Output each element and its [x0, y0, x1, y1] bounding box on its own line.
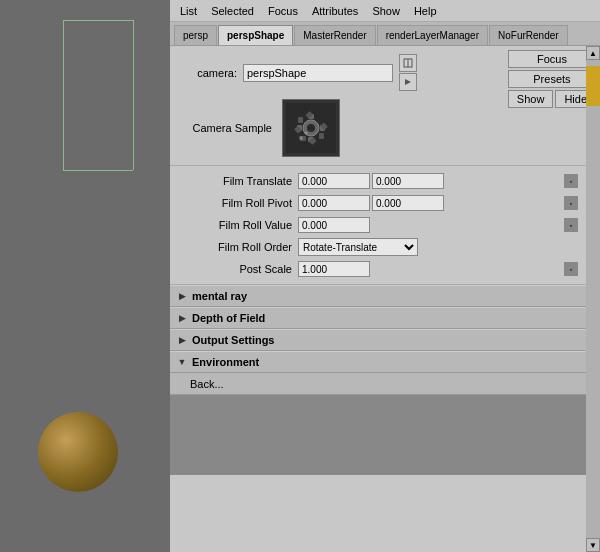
tab-perspshape[interactable]: perspShape: [218, 25, 293, 45]
post-scale-input[interactable]: [298, 261, 370, 277]
menu-help[interactable]: Help: [408, 3, 443, 19]
bottom-area: [170, 395, 600, 475]
camera-sample-label: Camera Sample: [182, 122, 272, 134]
film-roll-value-input[interactable]: [298, 217, 370, 233]
film-translate-row: Film Translate ▪: [170, 170, 586, 192]
film-roll-order-row: Film Roll Order Rotate-Translate Transla…: [170, 236, 586, 258]
film-roll-value-label: Film Roll Value: [178, 219, 298, 231]
post-scale-label: Post Scale: [178, 263, 298, 275]
tab-nofurrender[interactable]: NoFurRender: [489, 25, 568, 45]
tab-masterrender[interactable]: MasterRender: [294, 25, 375, 45]
menu-selected[interactable]: Selected: [205, 3, 260, 19]
environment-section[interactable]: ▼ Environment: [170, 351, 586, 373]
film-roll-value-row: Film Roll Value ▪: [170, 214, 586, 236]
svg-point-5: [307, 124, 315, 132]
tab-persp[interactable]: persp: [174, 25, 217, 45]
menu-bar: List Selected Focus Attributes Show Help: [170, 0, 600, 22]
output-settings-arrow: ▶: [176, 334, 188, 346]
film-roll-pivot-x[interactable]: [298, 195, 370, 211]
depth-of-field-arrow: ▶: [176, 312, 188, 324]
main-content: Focus Presets Show Hide camera: Camera S…: [170, 46, 600, 552]
post-scale-key-icon[interactable]: ▪: [564, 262, 578, 276]
focus-button[interactable]: Focus: [508, 50, 596, 68]
output-settings-section[interactable]: ▶ Output Settings: [170, 329, 586, 351]
menu-focus[interactable]: Focus: [262, 3, 304, 19]
scene-line-vertical-left: [63, 20, 64, 170]
tabs-row: persp perspShape MasterRender renderLaye…: [170, 22, 600, 46]
viewport-panel: ▲ ▼: [0, 0, 170, 552]
show-button[interactable]: Show: [508, 90, 554, 108]
scroll-bar: ▲ ▼: [586, 46, 600, 552]
props-section: Film Translate ▪ Film Roll Pivot ▪ Film …: [170, 166, 586, 285]
film-translate-key-icon[interactable]: ▪: [564, 174, 578, 188]
menu-show[interactable]: Show: [366, 3, 406, 19]
env-back-label: Back...: [190, 378, 224, 390]
film-roll-value-key-icon[interactable]: ▪: [564, 218, 578, 232]
scroll-bar-down[interactable]: ▼: [586, 538, 600, 552]
film-roll-order-select[interactable]: Rotate-Translate Translate-Rotate: [298, 238, 418, 256]
camera-sample-image: [282, 99, 340, 157]
top-buttons: Focus Presets Show Hide: [508, 50, 596, 108]
mental-ray-section[interactable]: ▶ mental ray: [170, 285, 586, 307]
scene-line-horizontal-top: [63, 20, 133, 21]
depth-of-field-section[interactable]: ▶ Depth of Field: [170, 307, 586, 329]
post-scale-row: Post Scale ▪: [170, 258, 586, 280]
scene-line-horizontal-bottom: [63, 170, 133, 171]
right-panel: List Selected Focus Attributes Show Help…: [170, 0, 600, 552]
camera-icon-group: [399, 54, 417, 91]
film-roll-pivot-y[interactable]: [372, 195, 444, 211]
film-roll-pivot-row: Film Roll Pivot ▪: [170, 192, 586, 214]
film-roll-pivot-label: Film Roll Pivot: [178, 197, 298, 209]
film-translate-label: Film Translate: [178, 175, 298, 187]
camera-input[interactable]: [243, 64, 393, 82]
menu-list[interactable]: List: [174, 3, 203, 19]
svg-point-18: [305, 132, 308, 135]
scene-object-sphere: [38, 412, 118, 492]
svg-point-17: [299, 136, 303, 140]
mental-ray-title: mental ray: [192, 290, 247, 302]
environment-title: Environment: [192, 356, 259, 368]
output-settings-title: Output Settings: [192, 334, 275, 346]
environment-sub-row: Back...: [170, 373, 586, 395]
film-roll-pivot-key-icon[interactable]: ▪: [564, 196, 578, 210]
svg-rect-15: [298, 117, 303, 123]
camera-label: camera:: [182, 67, 237, 79]
menu-attributes[interactable]: Attributes: [306, 3, 364, 19]
camera-icon-btn-2[interactable]: [399, 73, 417, 91]
mental-ray-arrow: ▶: [176, 290, 188, 302]
scroll-bar-up[interactable]: ▲: [586, 46, 600, 60]
viewport-content: [18, 0, 170, 552]
scroll-thumb[interactable]: [586, 66, 600, 106]
show-hide-row: Show Hide: [508, 90, 596, 108]
svg-marker-2: [405, 79, 411, 85]
svg-rect-11: [319, 133, 324, 139]
scene-line-vertical-right: [133, 20, 134, 170]
tab-renderlayermanager[interactable]: renderLayerManager: [377, 25, 488, 45]
depth-of-field-title: Depth of Field: [192, 312, 265, 324]
camera-icon-btn-1[interactable]: [399, 54, 417, 72]
environment-arrow: ▼: [176, 356, 188, 368]
film-translate-x[interactable]: [298, 173, 370, 189]
film-translate-y[interactable]: [372, 173, 444, 189]
presets-button[interactable]: Presets: [508, 70, 596, 88]
film-roll-order-label: Film Roll Order: [178, 241, 298, 253]
